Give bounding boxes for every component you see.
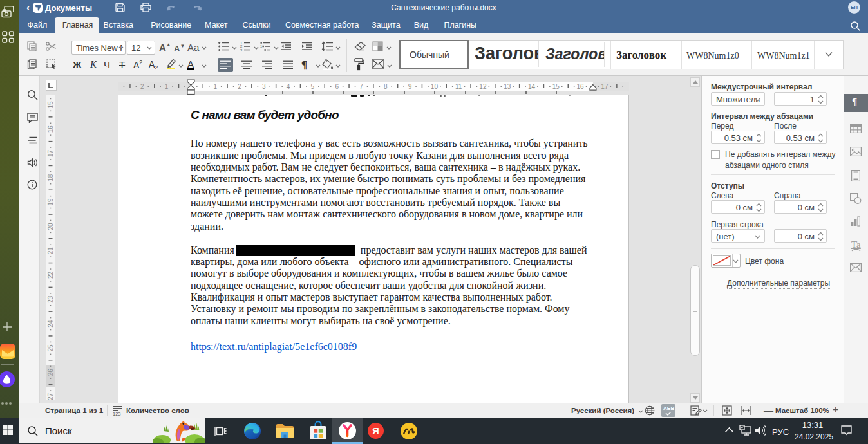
svg-text:7: 7	[359, 83, 363, 90]
svg-text:27: 27	[47, 393, 54, 400]
svg-text:12: 12	[479, 83, 487, 90]
svg-text:24: 24	[47, 320, 54, 328]
svg-text:19: 19	[47, 198, 54, 206]
svg-text:26: 26	[47, 369, 54, 376]
svg-text:18: 18	[47, 174, 54, 181]
svg-text:17: 17	[601, 83, 609, 90]
svg-text:22: 22	[47, 272, 54, 279]
svg-text:21: 21	[47, 247, 54, 255]
svg-text:20: 20	[47, 223, 54, 230]
svg-text:6: 6	[335, 83, 339, 90]
svg-text:25: 25	[47, 344, 54, 352]
svg-text:9: 9	[408, 83, 412, 90]
svg-text:13: 13	[504, 83, 511, 90]
svg-text:16: 16	[47, 125, 54, 133]
svg-text:123: 123	[113, 411, 121, 416]
svg-text:1: 1	[213, 83, 217, 90]
svg-text:10: 10	[431, 83, 439, 90]
svg-text:4: 4	[287, 83, 290, 90]
svg-text:14: 14	[528, 83, 536, 90]
svg-text:23: 23	[47, 295, 54, 303]
svg-text:15: 15	[552, 83, 560, 90]
svg-text:11: 11	[455, 83, 462, 90]
svg-text:15: 15	[47, 101, 54, 109]
svg-text:8: 8	[384, 83, 388, 90]
svg-text:2: 2	[238, 83, 241, 90]
svg-text:Я: Я	[372, 425, 379, 436]
svg-text:3: 3	[262, 83, 266, 90]
svg-text:3: 3	[240, 48, 243, 51]
svg-text:2: 2	[140, 83, 144, 90]
svg-text:16: 16	[577, 83, 585, 90]
svg-text:1: 1	[165, 83, 169, 90]
svg-text:1: 1	[260, 44, 262, 48]
svg-text:17: 17	[47, 150, 54, 158]
svg-text:5: 5	[311, 83, 315, 90]
